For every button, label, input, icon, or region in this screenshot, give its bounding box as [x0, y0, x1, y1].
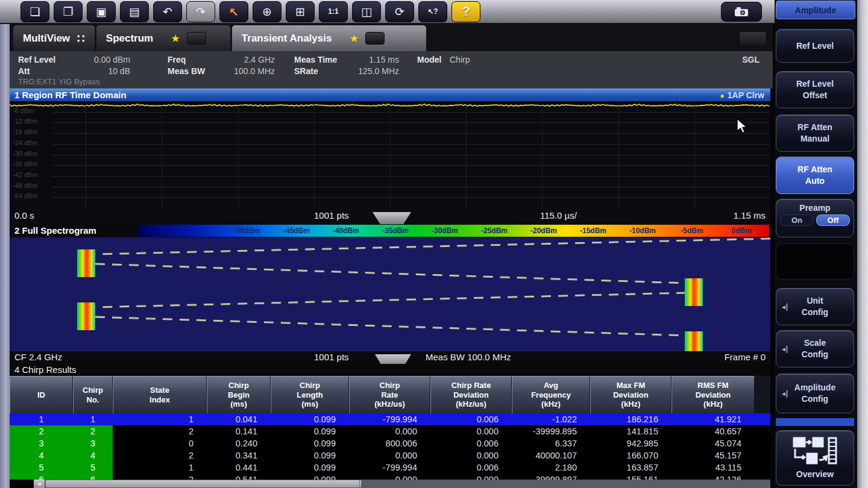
- y-axis-label: -30 dBm: [13, 150, 49, 157]
- zoom-icon[interactable]: ⊕: [253, 1, 281, 22]
- scroll-left-button[interactable]: ◄: [34, 480, 45, 488]
- column-header[interactable]: RMS FM Deviation (kHz): [671, 376, 755, 413]
- display-config-icon[interactable]: ◫: [352, 1, 381, 22]
- save-icon[interactable]: ▣: [87, 1, 116, 22]
- zoom-1-1-icon[interactable]: 1:1: [319, 1, 348, 22]
- ref-level-button[interactable]: Ref Level: [776, 29, 854, 63]
- att-value[interactable]: 10 dB: [64, 66, 130, 76]
- softkey-label: Scale Config: [802, 337, 828, 360]
- table-row[interactable]: 5510.4410.099-799.9940.0062.180163.85743…: [10, 461, 770, 474]
- channel-info-bar[interactable]: Ref Level 0.00 dBm Att 10 dB TRG:EXT1 YI…: [10, 51, 773, 89]
- tab-overflow-button[interactable]: [739, 31, 767, 46]
- grid-line: [390, 101, 391, 208]
- window1-titlebar[interactable]: 1 Region RF Time Domain ●1AP Clrw: [10, 89, 770, 101]
- table-cell: 0.341: [207, 449, 271, 461]
- tab-transient-analysis[interactable]: Transient Analysis ★: [232, 25, 426, 51]
- meas-bw-value[interactable]: 100.0 MHz: [209, 66, 275, 76]
- overview-button[interactable]: Overview: [776, 430, 854, 486]
- column-header[interactable]: Max FM Deviation (kHz): [590, 376, 671, 413]
- help-icon[interactable]: ?: [451, 1, 480, 22]
- grid-line: [52, 144, 769, 145]
- spectrogram-titlebar[interactable]: 2 Full Spectrogram -50dBm-45dBm-40dBm-35…: [10, 224, 770, 237]
- rf-atten-auto-button[interactable]: RF Atten Auto: [776, 157, 854, 194]
- column-header[interactable]: State Index: [113, 376, 207, 413]
- ref-level-offset-button[interactable]: Ref Level Offset: [776, 71, 854, 108]
- channel-settings-pill[interactable]: [365, 32, 385, 45]
- preamp-on-option[interactable]: On: [780, 214, 814, 226]
- column-header[interactable]: Chirp No.: [73, 376, 113, 413]
- tab-multiview[interactable]: MultiView ∷: [13, 25, 95, 51]
- trace-info: ●1AP Clrw: [720, 89, 764, 102]
- freq-value[interactable]: 2.4 GHz: [209, 55, 275, 64]
- context-help-icon[interactable]: ↖?: [418, 1, 447, 22]
- table-cell: 141.815: [590, 425, 671, 437]
- hscroll-thumb[interactable]: [46, 480, 362, 487]
- table-cell: 0.099: [271, 437, 349, 449]
- preamp-button[interactable]: Preamp On Off: [776, 199, 854, 237]
- table-cell: 2: [73, 425, 113, 437]
- screenshot-camera-button[interactable]: [721, 2, 762, 22]
- scale-config-button[interactable]: ◄▏ Scale Config: [776, 330, 854, 368]
- multi-window-zoom-icon[interactable]: ⊞: [286, 1, 315, 22]
- rf-atten-manual-button[interactable]: RF Atten Manual: [776, 114, 854, 152]
- analyzer-screen: ❏❐▣▤↶↷↖⊕⊞1:1◫⟳↖?? MultiView ∷ Spectrum ★…: [0, 0, 868, 488]
- table-cell: 1: [10, 413, 73, 425]
- tab-spectrum[interactable]: Spectrum ★: [96, 25, 230, 51]
- select-cursor-icon[interactable]: ↖: [219, 1, 248, 22]
- channel-star-icon: ★: [171, 33, 179, 44]
- table-cell: 0: [113, 437, 207, 449]
- table-row[interactable]: 4420.3410.0990.0000.00040000.107166.0704…: [10, 449, 770, 461]
- model-value[interactable]: Chirp: [450, 55, 492, 64]
- table-row[interactable]: 3300.2400.099800.0060.0066.337942.98545.…: [10, 437, 770, 449]
- unit-config-button[interactable]: ◄▏ Unit Config: [776, 288, 854, 325]
- table-cell: 0.099: [271, 474, 349, 480]
- table-cell: 0.000: [349, 425, 430, 437]
- column-header[interactable]: Chirp Length (ms): [271, 376, 349, 413]
- grid-line: [618, 101, 619, 208]
- table-row[interactable]: 6620.5410.0990.0000.000-39999.897155.161…: [10, 474, 770, 480]
- channel-tab-bar: MultiView ∷ Spectrum ★ Transient Analysi…: [10, 24, 773, 51]
- open-icon[interactable]: ❐: [54, 1, 83, 22]
- spectrogram-display[interactable]: [10, 237, 770, 351]
- table-cell: 0.000: [349, 474, 430, 480]
- column-header[interactable]: Chirp Begin (ms): [207, 376, 271, 413]
- time-domain-graph[interactable]: -6 dBm-12 dBm-18 dBm-24 dBm-30 dBm-36 dB…: [10, 101, 770, 208]
- grid-line: [52, 122, 769, 123]
- table-hscrollbar[interactable]: ◄: [34, 480, 770, 488]
- srate-value[interactable]: 125.0 MHz: [344, 66, 399, 76]
- column-header[interactable]: ID: [10, 376, 73, 413]
- table-row[interactable]: 2220.1410.0990.0000.000-39999.895141.815…: [10, 425, 770, 437]
- table-cell: 163.857: [590, 461, 671, 474]
- grid-line: [314, 101, 315, 208]
- table-cell: 1: [73, 413, 113, 425]
- softkey-label: RF Atten Manual: [797, 122, 832, 145]
- grid-line: [52, 112, 769, 113]
- column-header[interactable]: Chirp Rate (kHz/us): [349, 376, 430, 413]
- print-icon[interactable]: ▤: [120, 1, 149, 22]
- grid-line: [466, 101, 467, 208]
- table-row[interactable]: 1110.0410.099-799.9940.006-1.022186.2164…: [10, 413, 770, 425]
- channel-settings-pill[interactable]: [187, 32, 206, 45]
- tab-label: Transient Analysis: [242, 33, 332, 45]
- column-header[interactable]: Chirp Rate Deviation (kHz/us): [430, 376, 512, 413]
- table-cell: 6: [73, 474, 113, 480]
- submenu-arrow-icon: ◄▏: [781, 304, 791, 310]
- y-axis-label: -24 dBm: [13, 139, 49, 146]
- grid-line: [52, 133, 769, 134]
- new-icon[interactable]: ❏: [20, 1, 49, 22]
- redo-icon[interactable]: ↷: [186, 1, 215, 22]
- att-label: Att: [18, 66, 30, 76]
- meas-time-label: Meas Time: [294, 55, 337, 64]
- channel-star-icon: ★: [350, 33, 357, 44]
- meas-time-value[interactable]: 1.15 ms: [344, 55, 399, 64]
- grid-line: [52, 197, 769, 198]
- column-header[interactable]: Avg Frequency (kHz): [512, 376, 590, 413]
- sequencer-icon[interactable]: ⟳: [385, 1, 414, 22]
- spectrogram-svg: [10, 237, 770, 351]
- undo-icon[interactable]: ↶: [153, 1, 182, 22]
- table-cell: 2.180: [512, 461, 590, 474]
- model-label: Model: [417, 55, 441, 64]
- ref-level-value[interactable]: 0.00 dBm: [64, 55, 130, 64]
- preamp-off-option[interactable]: Off: [816, 214, 850, 226]
- amplitude-config-button[interactable]: ◄▏ Amplitude Config: [776, 374, 854, 413]
